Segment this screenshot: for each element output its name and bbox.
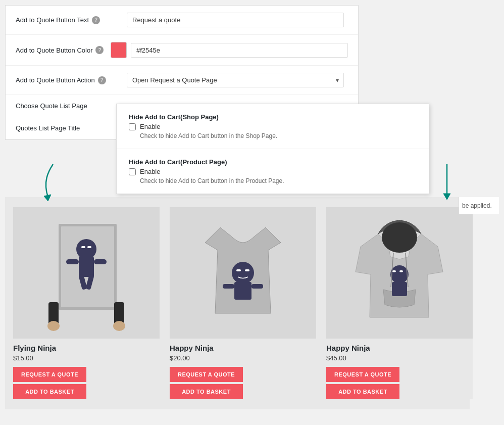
color-swatch[interactable] bbox=[111, 42, 127, 58]
color-hex-input[interactable] bbox=[131, 43, 348, 58]
label-button-action: Add to Quote Button Action ? bbox=[16, 76, 127, 84]
checkbox-hide-cart-product[interactable] bbox=[129, 168, 136, 175]
product-image-flying-ninja bbox=[13, 207, 160, 339]
product-name-0: Flying Ninja bbox=[13, 344, 160, 352]
product-card-happy-ninja-tshirt: Happy Ninja $20.00 REQUEST A QUOTE ADD T… bbox=[170, 207, 316, 399]
svg-rect-11 bbox=[87, 246, 91, 248]
label-button-text: Add to Quote Button Text ? bbox=[16, 16, 127, 24]
product-price-0: $15.00 bbox=[13, 354, 160, 362]
btn-request-quote-1[interactable]: REQUEST A QUOTE bbox=[170, 367, 243, 382]
action-select[interactable]: Open Request a Quote Page Add to Quote L… bbox=[127, 73, 344, 87]
help-icon-text[interactable]: ? bbox=[92, 16, 100, 24]
svg-marker-0 bbox=[44, 195, 51, 201]
svg-rect-26 bbox=[399, 270, 403, 272]
product-price-2: $45.00 bbox=[326, 354, 473, 362]
main-wrapper: Add to Quote Button Text ? Add to Quote … bbox=[5, 5, 499, 419]
product-card-flying-ninja: Flying Ninja $15.00 REQUEST A QUOTE ADD … bbox=[13, 207, 160, 399]
svg-point-16 bbox=[232, 262, 254, 284]
svg-rect-21 bbox=[245, 269, 249, 271]
svg-point-14 bbox=[47, 321, 60, 331]
btn-add-basket-2[interactable]: ADD TO BASKET bbox=[326, 384, 399, 399]
svg-rect-7 bbox=[94, 259, 107, 264]
svg-point-15 bbox=[113, 321, 125, 331]
svg-rect-25 bbox=[392, 270, 396, 272]
btn-request-quote-0[interactable]: REQUEST A QUOTE bbox=[13, 367, 86, 382]
arrow-right bbox=[439, 162, 455, 204]
setting-row-action: Add to Quote Button Action ? Open Reques… bbox=[6, 66, 358, 95]
svg-point-23 bbox=[390, 265, 409, 284]
tshirt-image bbox=[195, 212, 291, 334]
product-price-1: $20.00 bbox=[170, 354, 316, 362]
overlay-title-shop: Hide Add to Cart(Shop Page) bbox=[129, 113, 417, 121]
product-grid: Flying Ninja $15.00 REQUEST A QUOTE ADD … bbox=[13, 207, 462, 399]
button-text-input[interactable] bbox=[127, 13, 344, 27]
product-name-2: Happy Ninja bbox=[326, 344, 473, 352]
product-image-hoodie bbox=[326, 207, 473, 339]
help-icon-color[interactable]: ? bbox=[95, 46, 104, 54]
btn-request-quote-2[interactable]: REQUEST A QUOTE bbox=[326, 367, 399, 382]
flying-ninja-image bbox=[36, 209, 137, 338]
svg-marker-1 bbox=[443, 194, 450, 200]
overlay-panel: Hide Add to Cart(Shop Page) Enable Check… bbox=[116, 104, 429, 194]
btn-add-basket-0[interactable]: ADD TO BASKET bbox=[13, 384, 86, 399]
checkbox-hide-cart-shop[interactable] bbox=[129, 123, 136, 130]
side-note: be applied. bbox=[459, 197, 499, 214]
setting-row-text: Add to Quote Button Text ? bbox=[6, 6, 358, 35]
svg-rect-17 bbox=[234, 282, 251, 300]
btn-add-basket-1[interactable]: ADD TO BASKET bbox=[170, 384, 243, 399]
overlay-title-product: Hide Add to Cart(Product Page) bbox=[129, 158, 417, 166]
overlay-row-product: Hide Add to Cart(Product Page) Enable Ch… bbox=[117, 149, 429, 194]
checkbox-row-shop: Enable bbox=[129, 123, 417, 130]
svg-rect-6 bbox=[66, 259, 79, 264]
color-row bbox=[111, 42, 348, 58]
setting-row-color: Add to Quote Button Color ? bbox=[6, 35, 358, 66]
checkbox-label-shop: Enable bbox=[140, 123, 160, 130]
svg-rect-5 bbox=[79, 257, 94, 277]
svg-rect-19 bbox=[251, 284, 263, 289]
action-select-wrapper: Open Request a Quote Page Add to Quote L… bbox=[127, 73, 344, 87]
product-name-1: Happy Ninja bbox=[170, 344, 316, 352]
overlay-desc-product: Check to hide Add to Cart button in the … bbox=[129, 177, 417, 184]
checkbox-label-product: Enable bbox=[140, 168, 160, 175]
product-area: Flying Ninja $15.00 REQUEST A QUOTE ADD … bbox=[5, 197, 470, 409]
svg-rect-10 bbox=[81, 246, 85, 248]
overlay-row-shop: Hide Add to Cart(Shop Page) Enable Check… bbox=[117, 104, 429, 149]
arrow-left bbox=[38, 162, 63, 204]
svg-rect-20 bbox=[236, 269, 241, 271]
overlay-desc-shop: Check to hide Add to Cart button in the … bbox=[129, 132, 417, 139]
control-button-action: Open Request a Quote Page Add to Quote L… bbox=[127, 73, 348, 87]
svg-rect-24 bbox=[392, 282, 407, 296]
svg-point-22 bbox=[382, 222, 417, 253]
control-button-color bbox=[111, 42, 348, 58]
help-icon-action[interactable]: ? bbox=[98, 76, 106, 84]
checkbox-row-product: Enable bbox=[129, 168, 417, 175]
svg-point-4 bbox=[76, 239, 96, 259]
hoodie-image bbox=[350, 211, 449, 335]
svg-rect-18 bbox=[223, 284, 234, 289]
label-button-color: Add to Quote Button Color ? bbox=[16, 46, 111, 54]
product-card-happy-ninja-hoodie: Happy Ninja $45.00 REQUEST A QUOTE ADD T… bbox=[326, 207, 473, 399]
control-button-text bbox=[127, 13, 348, 27]
product-image-tshirt bbox=[170, 207, 316, 339]
